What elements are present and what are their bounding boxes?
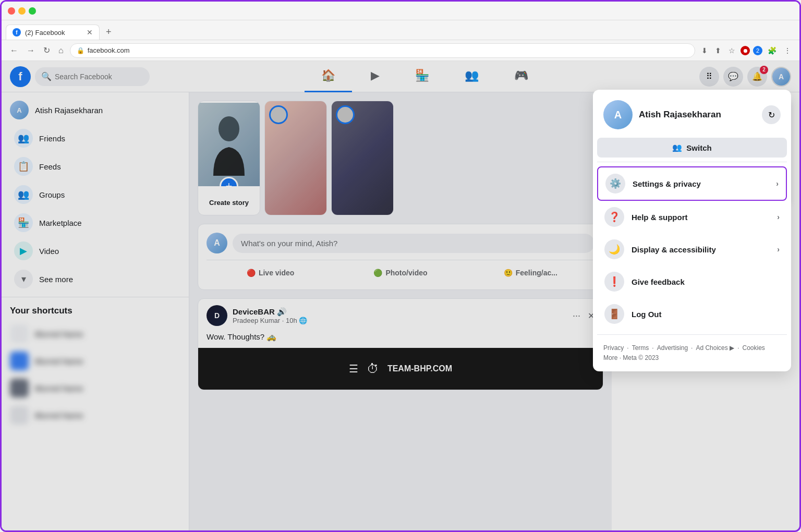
switch-button[interactable]: 👥 Switch bbox=[597, 138, 787, 158]
address-bar[interactable]: 🔒 facebook.com bbox=[70, 43, 695, 58]
tab-title: (2) Facebook bbox=[25, 29, 65, 37]
help-chevron-icon: › bbox=[777, 213, 780, 221]
back-button[interactable]: ← bbox=[8, 44, 20, 57]
facebook-app: f 🔍 🏠 ▶ 🏪 👥 🎮 ⠿ 💬 🔔 2 A bbox=[2, 61, 799, 530]
footer-adchoices-link[interactable]: Ad Choices ▶ bbox=[696, 343, 734, 353]
dropdown-footer: Privacy· Terms· Advertising· Ad Choices … bbox=[597, 339, 787, 367]
footer-terms-link[interactable]: Terms bbox=[632, 343, 649, 353]
feedback-label: Give feedback bbox=[632, 277, 780, 286]
footer-more-meta: More · Meta © 2023 bbox=[603, 353, 781, 363]
dropdown-item-help[interactable]: ❓ Help & support › bbox=[597, 201, 787, 233]
feedback-icon: ❗ bbox=[604, 272, 624, 292]
dropdown-item-logout[interactable]: 🚪 Log Out bbox=[597, 298, 787, 330]
dropdown-user-initial: A bbox=[614, 109, 622, 121]
extensions-icon[interactable]: 🧩 bbox=[766, 44, 779, 57]
ext-icon-red[interactable]: ⏺ bbox=[741, 46, 750, 55]
ext-icon-blue[interactable]: 2 bbox=[753, 46, 762, 55]
home-button[interactable]: ⌂ bbox=[56, 44, 66, 57]
tab-close-button[interactable]: ✕ bbox=[87, 28, 93, 37]
dropdown-user-section[interactable]: A Atish Rajasekharan ↻ bbox=[597, 94, 787, 136]
menu-icon[interactable]: ⋮ bbox=[782, 44, 793, 57]
dropdown-item-settings[interactable]: ⚙️ Settings & privacy › bbox=[597, 166, 787, 201]
footer-more-link[interactable]: More bbox=[603, 354, 617, 361]
browser-addressbar: ← → ↻ ⌂ 🔒 facebook.com ⬇ ⬆ ☆ ⏺ 2 🧩 ⋮ bbox=[2, 40, 799, 61]
footer-links: Privacy· Terms· Advertising· Ad Choices … bbox=[603, 343, 781, 353]
footer-advertising-link[interactable]: Advertising bbox=[657, 343, 688, 353]
lock-icon: 🔒 bbox=[77, 47, 84, 54]
dropdown-user-settings: ↻ bbox=[762, 105, 781, 124]
user-settings-circle-icon[interactable]: ↻ bbox=[762, 105, 781, 124]
browser-actions: ⬇ ⬆ ☆ ⏺ 2 🧩 ⋮ bbox=[699, 44, 793, 57]
footer-cookies-link[interactable]: Cookies bbox=[742, 343, 764, 353]
dropdown-user-name: Atish Rajasekharan bbox=[639, 110, 721, 120]
dropdown-user-avatar: A bbox=[603, 100, 633, 129]
reload-button[interactable]: ↻ bbox=[41, 43, 52, 57]
switch-icon: 👥 bbox=[672, 143, 682, 152]
help-label: Help & support bbox=[632, 213, 770, 222]
dropdown-divider-1 bbox=[597, 162, 787, 162]
settings-label: Settings & privacy bbox=[633, 179, 769, 188]
logout-label: Log Out bbox=[632, 310, 780, 319]
share-icon[interactable]: ⬆ bbox=[713, 44, 723, 57]
footer-copy: Meta © 2023 bbox=[623, 354, 659, 361]
download-icon[interactable]: ⬇ bbox=[699, 44, 710, 57]
settings-icon: ⚙️ bbox=[605, 174, 625, 194]
dropdown-divider-2 bbox=[597, 334, 787, 335]
footer-privacy-link[interactable]: Privacy bbox=[603, 343, 624, 353]
active-tab[interactable]: f (2) Facebook ✕ bbox=[6, 25, 100, 40]
display-chevron-icon: › bbox=[777, 245, 780, 253]
minimize-button[interactable] bbox=[18, 7, 26, 15]
url-text: facebook.com bbox=[88, 46, 130, 54]
help-icon: ❓ bbox=[604, 207, 624, 227]
browser-tabs: f (2) Facebook ✕ + bbox=[2, 20, 799, 40]
dropdown-item-feedback[interactable]: ❗ Give feedback bbox=[597, 265, 787, 298]
browser-frame: f (2) Facebook ✕ + ← → ↻ ⌂ 🔒 facebook.co… bbox=[0, 0, 801, 532]
settings-chevron-icon: › bbox=[776, 179, 779, 188]
dropdown-item-display[interactable]: 🌙 Display & accessibility › bbox=[597, 233, 787, 265]
display-label: Display & accessibility bbox=[632, 245, 770, 254]
tab-favicon: f bbox=[13, 28, 21, 37]
display-icon: 🌙 bbox=[604, 239, 624, 259]
maximize-button[interactable] bbox=[29, 7, 36, 15]
forward-button[interactable]: → bbox=[25, 44, 37, 57]
fb-dropdown-menu: A Atish Rajasekharan ↻ 👥 Switch ⚙️ Setti… bbox=[593, 90, 791, 371]
browser-titlebar bbox=[2, 2, 799, 20]
close-button[interactable] bbox=[8, 7, 15, 15]
new-tab-button[interactable]: + bbox=[102, 25, 116, 40]
switch-label: Switch bbox=[686, 143, 711, 152]
traffic-lights bbox=[8, 7, 36, 15]
logout-icon: 🚪 bbox=[604, 304, 624, 324]
bookmark-icon[interactable]: ☆ bbox=[726, 44, 737, 57]
